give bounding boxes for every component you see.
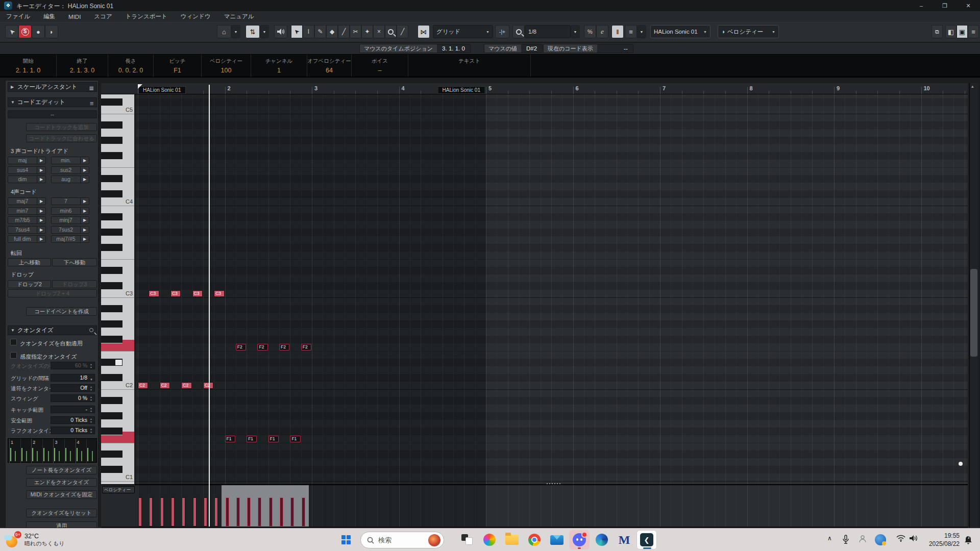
search-box[interactable]: 検索 [360, 532, 444, 548]
drop3-button[interactable]: ドロップ3 [52, 280, 97, 288]
piano-key-black[interactable] [101, 320, 122, 328]
midi-note[interactable]: C3 [149, 290, 159, 297]
play-chord-arrow-icon[interactable]: ▶ [80, 157, 89, 164]
triad-sus4[interactable]: sus4▶ [8, 166, 46, 174]
glue-tool[interactable]: ✦ [361, 25, 373, 38]
menu-item-3[interactable]: スコア [94, 13, 112, 20]
info-field-value[interactable]: F1 [154, 67, 201, 74]
soft-quantize-checkbox[interactable] [10, 352, 17, 359]
acoustic-feedback-speaker-button[interactable] [274, 25, 287, 38]
play-chord-arrow-icon[interactable]: ▶ [37, 176, 45, 183]
piano-key-black[interactable] [101, 374, 122, 381]
midi-note[interactable]: C3 [170, 290, 181, 297]
part-list-button[interactable]: ≡ [625, 25, 637, 38]
menu-item-6[interactable]: マニュアル [224, 13, 254, 20]
piano-key-black[interactable] [101, 336, 122, 343]
mute-tool[interactable]: × [373, 25, 385, 38]
midi-note[interactable]: C2 [181, 382, 191, 389]
triad-min[interactable]: min.▶ [51, 157, 89, 164]
menu-item-0[interactable]: ファイル [6, 13, 30, 20]
tray-clock[interactable]: 19:552025/08/22 [923, 532, 960, 548]
play-chord-arrow-icon[interactable]: ▶ [37, 227, 45, 233]
notification-bell-icon[interactable]: z [964, 534, 973, 546]
pencil-tool[interactable]: ✎ [314, 25, 326, 38]
copilot-taskbar-icon[interactable] [479, 530, 500, 549]
lane-resize-handle[interactable] [547, 483, 561, 484]
piano-key-black[interactable] [101, 190, 122, 197]
tetrad-7[interactable]: 7▶ [51, 197, 89, 205]
controller-lane-label[interactable]: ベロシティー [102, 486, 135, 493]
spinner-icon[interactable]: ▲▼ [89, 363, 93, 369]
close-button[interactable]: ✕ [957, 0, 980, 11]
info-field-value[interactable]: 1 [251, 67, 307, 74]
autoscroll-dropdown[interactable]: ▼ [231, 25, 240, 38]
midi-note[interactable]: F2 [301, 344, 311, 350]
play-chord-arrow-icon[interactable]: ▶ [37, 208, 45, 214]
piano-key-black[interactable] [101, 428, 122, 435]
menu-item-2[interactable]: MIDI [68, 14, 81, 20]
spinner-icon[interactable]: ▲▼ [89, 417, 93, 423]
tetrad-minj7[interactable]: minj7▶ [51, 216, 89, 224]
velocity-bar[interactable] [160, 497, 164, 527]
playhead[interactable] [209, 85, 210, 527]
piano-key-black[interactable] [101, 244, 122, 251]
snap-button[interactable]: ⋈ [418, 25, 430, 38]
quantize-row-value[interactable]: -▲▼ [51, 406, 95, 413]
zoom-tool[interactable] [385, 25, 397, 38]
piano-key-black[interactable] [101, 121, 122, 129]
velocity-bar[interactable] [280, 497, 283, 527]
velocity-bar[interactable] [302, 497, 305, 527]
setup-toolbar-button[interactable]: ≡ [968, 25, 979, 38]
split-tool[interactable]: ✂ [350, 25, 361, 38]
line-tool[interactable]: ╱ [397, 25, 408, 38]
quantize-row-value[interactable]: 60 %▲▼ [51, 362, 95, 369]
play-chord-arrow-icon[interactable]: ▶ [80, 167, 89, 173]
tetrad-maj7[interactable]: maj7▶ [8, 197, 46, 205]
grid-type-dropdown[interactable]: グリッド▼ [433, 25, 493, 38]
info-field-value[interactable]: – [352, 67, 408, 74]
tetrad-maj75[interactable]: maj7/#5▶ [51, 235, 89, 243]
tetrad-7sus2[interactable]: 7sus2▶ [51, 226, 89, 234]
menu-item-4[interactable]: トランスポート [126, 13, 167, 20]
mail-taskbar-icon[interactable] [547, 530, 567, 549]
move-down-button[interactable]: 下へ移動 [52, 258, 97, 266]
info-field-value[interactable]: 100 [202, 67, 251, 74]
autoscroll-button[interactable]: ⌂ [217, 25, 231, 38]
triad-dim[interactable]: dim▶ [8, 176, 46, 183]
midi-note[interactable]: F1 [290, 436, 300, 442]
quantize-preset-dropdown[interactable]: 1/8 [525, 25, 571, 38]
task-view-taskbar-icon[interactable] [457, 530, 477, 549]
lower-zone-toggle-button[interactable]: ▣ [957, 25, 968, 38]
insert-velocity-button[interactable]: ⇅ [246, 25, 260, 38]
part-list-arrow[interactable]: ▼ [637, 25, 646, 38]
midi-note[interactable]: C2 [138, 382, 148, 389]
info-field-value[interactable]: 64 [307, 67, 351, 74]
insert-velocity-dropdown[interactable]: ▼ [260, 25, 269, 38]
info-field-value[interactable]: 2. 1. 3. 0 [57, 67, 108, 74]
info-field-value[interactable]: 0. 0. 2. 0 [108, 67, 153, 74]
quantize-button-0[interactable]: ノート長をクオンタイズ [26, 466, 97, 474]
section-quantize[interactable]: クオンタイズ▼ [8, 325, 97, 335]
play-chord-arrow-icon[interactable]: ▶ [37, 198, 45, 205]
drop2-4-button[interactable]: ドロップ2 + 4 [8, 289, 97, 297]
volume-icon[interactable] [910, 535, 918, 543]
piano-key-black[interactable] [101, 397, 122, 404]
menu-item-1[interactable]: 編集 [43, 13, 55, 20]
midi-note[interactable]: F2 [236, 344, 246, 350]
velocity-bar[interactable] [182, 497, 185, 527]
velocity-bar[interactable] [171, 497, 175, 527]
tetrad-min6[interactable]: min6▶ [51, 207, 89, 215]
scrollbar-thumb[interactable] [970, 269, 977, 357]
file-explorer-taskbar-icon[interactable] [502, 530, 522, 549]
solo-button[interactable]: S [18, 25, 32, 38]
triad-aug[interactable]: aug▶ [51, 176, 89, 183]
midi-note[interactable]: F1 [268, 436, 279, 442]
pin-editor-button[interactable]: ➤ [5, 25, 18, 38]
spinner-icon[interactable]: ▲▼ [89, 428, 93, 434]
section-chord-edit[interactable]: コードエディット▼≣ [8, 97, 97, 107]
trim-tool[interactable]: ╱ [338, 25, 350, 38]
drop2-button[interactable]: ドロップ2 [8, 280, 51, 288]
sphere-app-icon[interactable] [875, 534, 886, 545]
midi-note[interactable]: F2 [279, 344, 289, 350]
eraser-tool[interactable]: ◆ [326, 25, 338, 38]
